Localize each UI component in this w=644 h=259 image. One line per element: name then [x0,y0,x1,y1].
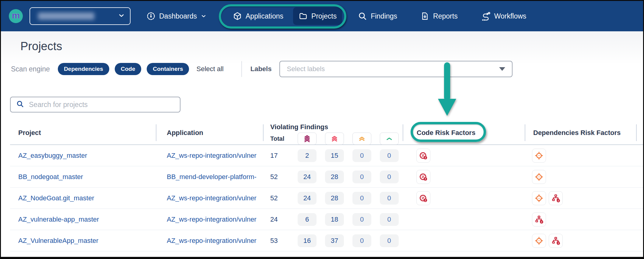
dependency-tree-alert-icon[interactable] [549,234,563,248]
application-link[interactable]: BB_mend-developer-platform- [156,173,263,181]
top-nav: m Dashboards [1,1,643,31]
medium-count[interactable]: 0 [352,171,371,183]
search-icon [16,100,24,109]
nav-applications-label: Applications [246,12,283,20]
critical-severity-filter-button[interactable] [298,133,317,145]
total-column-label: Total [263,135,293,142]
filter-bar: Scan engine Dependencies Code Containers… [11,61,643,77]
scan-engine-label: Scan engine [11,65,50,73]
total-count: 53 [263,237,293,245]
application-link[interactable]: AZ_ws-repo-integration/vulner [156,237,263,245]
nav-findings-label: Findings [371,12,397,20]
critical-count[interactable]: 6 [298,213,317,226]
caret-down-icon [499,67,505,71]
table-row: AZ_NodeGoat.git_master AZ_ws-repo-integr… [10,188,643,209]
workflow-icon [481,11,491,21]
select-all-link[interactable]: Select all [196,65,223,73]
table-row: AZ_vulnerable-app_master AZ_ws-repo-inte… [10,209,643,230]
column-header-dependencies-risk-factors[interactable]: Dependencies Risk Factors [525,121,642,145]
nav-reports[interactable]: Reports [415,7,463,25]
low-severity-filter-button[interactable] [380,133,399,145]
labels-label: Labels [250,65,272,73]
chip-code[interactable]: Code [115,63,142,75]
low-count[interactable]: 0 [380,192,399,205]
chip-containers[interactable]: Containers [147,63,189,75]
divider [241,61,242,77]
column-group-violating-findings: Violating Findings Total [263,121,403,145]
reachability-target-icon[interactable] [532,170,546,184]
code-risk-badge-alert-icon[interactable] [416,170,430,184]
low-count[interactable]: 0 [380,234,399,247]
medium-count[interactable]: 0 [352,192,371,205]
reachability-target-icon[interactable] [532,234,546,248]
project-link[interactable]: AZ_vulnerable-app_master [10,216,156,223]
critical-count[interactable]: 2 [298,149,317,162]
column-header-code-risk-factors[interactable]: Code Risk Factors [403,121,525,145]
high-severity-filter-button[interactable] [325,133,344,145]
total-count: 52 [263,194,293,202]
application-link[interactable]: AZ_ws-repo-integration/vulner [156,152,263,160]
nav-dashboards[interactable]: Dashboards [141,7,212,25]
gauge-icon [146,12,156,21]
project-link[interactable]: AZ_NodeGoat.git_master [10,194,156,202]
column-header-project[interactable]: Project [10,121,156,145]
code-risk-badge-alert-icon[interactable] [416,191,430,205]
table-row: AZ_easybuggy_master AZ_ws-repo-integrati… [10,145,643,166]
reachability-target-icon[interactable] [532,191,546,205]
dependency-tree-alert-icon[interactable] [532,212,546,226]
nav-dashboards-label: Dashboards [159,12,197,20]
report-icon [420,12,429,21]
code-risk-badge-alert-icon[interactable] [416,149,430,163]
column-header-application[interactable]: Application [156,121,263,145]
high-count[interactable]: 15 [325,149,344,162]
app-window: m Dashboards [0,0,644,259]
project-link[interactable]: AZ_VulnerableApp_master [10,237,156,245]
high-count[interactable]: 18 [325,213,344,226]
dependency-tree-alert-icon[interactable] [549,191,563,205]
page-title: Projects [1,31,643,53]
project-link[interactable]: BB_nodegoat_master [10,173,156,181]
total-count: 17 [263,152,293,160]
project-search [10,97,180,112]
nav-workflows[interactable]: Workflows [475,7,532,25]
nav-projects[interactable]: Projects [293,7,342,25]
chevron-down-icon [118,12,125,20]
low-count[interactable]: 0 [380,171,399,183]
org-selector[interactable] [30,7,131,25]
search-input[interactable] [29,101,160,109]
medium-severity-filter-button[interactable] [352,133,371,145]
reachability-target-icon[interactable] [532,149,546,163]
critical-count[interactable]: 24 [298,171,317,183]
medium-count[interactable]: 0 [352,149,371,162]
low-count[interactable]: 0 [380,149,399,162]
application-link[interactable]: AZ_ws-repo-integration/vulner [156,194,263,202]
nav-applications-projects-group: Applications Projects [227,7,342,25]
mend-logo-icon[interactable]: m [9,9,23,23]
table-row: BB_nodegoat_master BB_mend-developer-pla… [10,166,643,188]
cube-icon [233,12,242,21]
low-count[interactable]: 0 [380,213,399,226]
content-area: Projects Scan engine Dependencies Code C… [1,31,643,257]
projects-table: Project Application Violating Findings T… [10,121,643,251]
nav-projects-label: Projects [311,12,337,20]
medium-count[interactable]: 0 [352,234,371,247]
medium-count[interactable]: 0 [352,213,371,226]
critical-count[interactable]: 24 [298,192,317,205]
application-link[interactable]: AZ_ws-repo-integration/vulner [156,216,263,223]
critical-count[interactable]: 16 [298,234,317,247]
project-link[interactable]: AZ_easybuggy_master [10,152,156,160]
total-count: 24 [263,216,293,223]
chevron-down-icon [201,13,207,19]
table-row: AZ_VulnerableApp_master AZ_ws-repo-integ… [10,230,643,251]
nav-workflows-label: Workflows [494,12,527,20]
high-count[interactable]: 37 [325,234,344,247]
high-count[interactable]: 28 [325,171,344,183]
nav-reports-label: Reports [433,12,458,20]
org-name-redacted [38,12,94,20]
high-count[interactable]: 28 [325,192,344,205]
search-icon [358,12,367,21]
labels-select[interactable]: Select labels [279,61,513,77]
nav-applications[interactable]: Applications [227,7,289,25]
chip-dependencies[interactable]: Dependencies [58,63,109,75]
nav-findings[interactable]: Findings [352,7,403,25]
